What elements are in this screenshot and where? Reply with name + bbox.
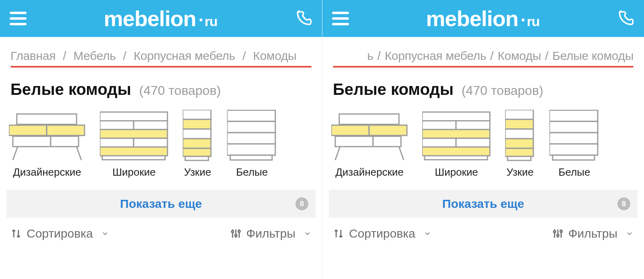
chevron-down-icon — [423, 230, 431, 238]
thumb-label: Белые — [559, 166, 590, 178]
crumb[interactable]: Корпусная мебель — [385, 49, 486, 63]
thumb-white[interactable]: Белые — [227, 110, 277, 178]
sort-button[interactable]: Сортировка — [10, 227, 109, 240]
logo-dot-icon: · — [198, 10, 203, 30]
crumb-sep-icon: / — [63, 49, 66, 62]
page-title-bar: Белые комоды (470 товаров) — [322, 72, 644, 103]
item-count: (470 товаров) — [139, 83, 221, 98]
phone-icon[interactable] — [295, 10, 312, 27]
menu-icon[interactable] — [10, 10, 27, 27]
dresser-white-icon — [227, 110, 277, 162]
dresser-narrow-icon — [183, 110, 213, 162]
thumb-narrow[interactable]: Узкие — [183, 110, 213, 178]
breadcrumb-track: ь / Корпусная мебель / Комоды / Белые ко… — [333, 49, 634, 63]
thumb-designer[interactable]: Дизайнерские — [331, 110, 408, 178]
site-logo[interactable]: mebelion · ru — [104, 6, 217, 31]
logo-text: mebelion — [104, 6, 196, 31]
thumb-narrow[interactable]: Узкие — [505, 110, 535, 178]
phone-icon[interactable] — [617, 10, 634, 27]
underline-accent — [333, 66, 634, 68]
breadcrumb: ь / Корпусная мебель / Комоды / Белые ко… — [322, 37, 644, 72]
crumb-sep-icon: / — [545, 49, 548, 63]
crumb-sep-icon: / — [378, 49, 381, 63]
chevron-down-icon — [303, 230, 312, 238]
crumb-sep-icon: / — [242, 49, 246, 62]
app-header: mebelion · ru — [0, 0, 322, 37]
dresser-wide-icon — [100, 111, 168, 162]
logo-suffix: ru — [527, 14, 540, 29]
sort-label: Сортировка — [27, 227, 93, 240]
svg-point-35 — [557, 234, 559, 236]
thumb-wide[interactable]: Широкие — [422, 111, 491, 178]
thumb-designer[interactable]: Дизайнерские — [9, 110, 85, 178]
crumb[interactable]: Мебель — [73, 49, 116, 62]
filter-button[interactable]: Фильтры — [230, 227, 312, 240]
thumb-label: Широкие — [435, 166, 478, 178]
thumb-label: Белые — [236, 166, 268, 178]
pane-left: mebelion · ru Главная / Мебель / Корпусн… — [0, 0, 322, 279]
dresser-wide-icon — [422, 111, 491, 162]
show-more-badge: 8 — [295, 197, 308, 210]
dresser-narrow-icon — [505, 110, 535, 162]
sort-filter-bar: Сортировка Фильтры — [322, 222, 644, 240]
sort-filter-bar: Сортировка Фильтры — [0, 222, 322, 240]
breadcrumb: Главная / Мебель / Корпусная мебель / Ко… — [0, 37, 322, 72]
site-logo[interactable]: mebelion · ru — [426, 6, 539, 31]
page-title-bar: Белые комоды (470 товаров) — [0, 72, 322, 103]
crumb-sep-icon: / — [490, 49, 493, 63]
svg-point-37 — [560, 230, 562, 232]
crumb[interactable]: Комоды — [253, 49, 297, 62]
filter-button[interactable]: Фильтры — [552, 227, 634, 240]
svg-point-27 — [231, 231, 233, 233]
filter-label: Фильтры — [568, 227, 617, 240]
page-title: Белые комоды — [10, 80, 131, 98]
chevron-down-icon — [625, 230, 634, 238]
pane-right: mebelion · ru ь / Корпусная мебель / Ком… — [322, 0, 644, 279]
dresser-designer-icon — [9, 110, 85, 162]
thumb-label: Узкие — [506, 166, 533, 178]
app-header: mebelion · ru — [322, 0, 644, 37]
show-more-button[interactable]: Показать еще 8 — [6, 190, 316, 218]
show-more-label: Показать еще — [442, 197, 524, 211]
sort-icon — [333, 228, 344, 239]
svg-point-29 — [235, 234, 237, 236]
underline-accent — [10, 66, 312, 68]
thumb-label: Широкие — [112, 166, 156, 178]
svg-point-31 — [238, 230, 240, 232]
thumb-label: Дизайнерские — [335, 166, 404, 178]
menu-icon[interactable] — [332, 10, 349, 27]
sort-icon — [10, 228, 22, 239]
crumb-sep-icon: / — [123, 49, 126, 62]
sliders-icon — [230, 228, 242, 239]
dresser-designer-icon — [331, 110, 408, 162]
category-thumbs: Дизайнерские Широкие Узкие Белые — [322, 103, 644, 180]
category-thumbs: Дизайнерские Широкие Узкие Белые — [0, 103, 322, 180]
filter-label: Фильтры — [246, 227, 295, 240]
page-title: Белые комоды — [333, 80, 454, 98]
crumb[interactable]: Корпусная мебель — [134, 49, 235, 62]
breadcrumb-track: Главная / Мебель / Корпусная мебель / Ко… — [10, 49, 312, 63]
logo-dot-icon: · — [520, 10, 525, 30]
crumb[interactable]: ь — [367, 49, 373, 63]
logo-text: mebelion — [426, 6, 518, 31]
thumb-wide[interactable]: Широкие — [100, 111, 168, 178]
show-more-button[interactable]: Показать еще 8 — [329, 190, 638, 218]
thumb-label: Узкие — [184, 166, 211, 178]
crumb[interactable]: Главная — [10, 49, 56, 62]
crumb[interactable]: Комоды — [497, 49, 541, 63]
show-more-badge: 8 — [617, 197, 630, 210]
chevron-down-icon — [101, 230, 109, 238]
dresser-white-icon — [549, 110, 599, 162]
sliders-icon — [552, 228, 564, 239]
sort-button[interactable]: Сортировка — [333, 227, 431, 240]
thumb-white[interactable]: Белые — [549, 110, 599, 178]
sort-label: Сортировка — [349, 227, 415, 240]
logo-suffix: ru — [204, 14, 217, 29]
crumb[interactable]: Белые комоды — [552, 49, 634, 63]
show-more-label: Показать еще — [120, 197, 202, 211]
thumb-label: Дизайнерские — [13, 166, 81, 178]
item-count: (470 товаров) — [462, 83, 543, 98]
svg-point-33 — [553, 231, 555, 233]
